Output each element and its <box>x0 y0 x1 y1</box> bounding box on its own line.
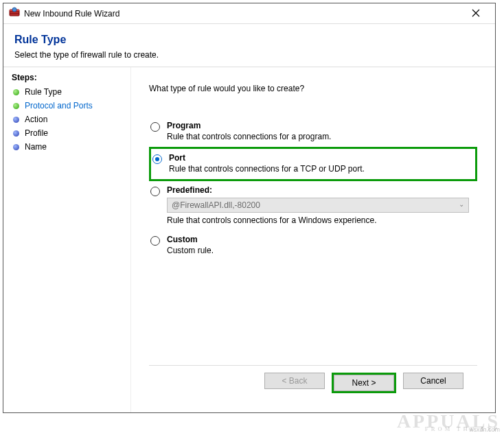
step-label: Rule Type <box>25 87 62 97</box>
step-action[interactable]: Action <box>3 113 130 126</box>
predefined-select[interactable]: @FirewallAPI.dll,-80200 ⌄ <box>167 198 469 213</box>
option-desc: Rule that controls connections for a TCP… <box>169 164 474 174</box>
step-protocol-and-ports[interactable]: Protocol and Ports <box>3 99 130 113</box>
rule-type-options: Program Rule that controls connections f… <box>149 117 477 365</box>
svg-point-4 <box>12 8 16 12</box>
back-button: < Back <box>264 373 325 389</box>
close-button[interactable] <box>462 4 490 23</box>
option-desc: Rule that controls connections for a Win… <box>167 215 476 225</box>
content-body: Steps: Rule Type Protocol and Ports Acti… <box>3 67 495 412</box>
step-rule-type[interactable]: Rule Type <box>3 85 130 99</box>
step-name[interactable]: Name <box>3 140 130 154</box>
option-desc: Rule that controls connections for a pro… <box>167 132 476 141</box>
radio-predefined[interactable] <box>150 187 160 196</box>
option-desc: Custom rule. <box>167 246 476 255</box>
window-title: New Inbound Rule Wizard <box>24 9 462 19</box>
bullet-icon <box>13 130 19 137</box>
prompt-text: What type of rule would you like to crea… <box>149 84 477 93</box>
radio-custom[interactable] <box>150 236 160 246</box>
bullet-icon <box>13 103 19 109</box>
steps-heading: Steps: <box>3 73 130 85</box>
chevron-down-icon: ⌄ <box>459 200 464 208</box>
step-label: Protocol and Ports <box>25 101 93 110</box>
bullet-icon <box>13 117 19 123</box>
firewall-icon <box>9 7 20 20</box>
close-icon <box>472 8 480 19</box>
option-label: Port <box>169 153 474 163</box>
wizard-window: New Inbound Rule Wizard Rule Type Select… <box>3 3 496 413</box>
next-button[interactable]: Next > <box>334 375 394 391</box>
page-subtitle: Select the type of firewall rule to crea… <box>14 50 484 60</box>
header: Rule Type Select the type of firewall ru… <box>3 24 495 67</box>
step-profile[interactable]: Profile <box>3 126 130 140</box>
steps-sidebar: Steps: Rule Type Protocol and Ports Acti… <box>3 67 131 412</box>
bullet-icon <box>13 144 19 150</box>
titlebar: New Inbound Rule Wizard <box>3 3 495 24</box>
step-label: Action <box>25 115 47 124</box>
source-mark: wsxdn.com <box>469 426 500 433</box>
step-label: Profile <box>25 128 48 138</box>
option-custom[interactable]: Custom Custom rule. <box>149 231 477 261</box>
radio-program[interactable] <box>150 122 160 132</box>
predefined-select-value: @FirewallAPI.dll,-80200 <box>172 200 260 210</box>
option-program[interactable]: Program Rule that controls connections f… <box>149 117 477 147</box>
step-label: Name <box>25 142 47 152</box>
option-label: Custom <box>167 235 476 244</box>
option-port[interactable]: Port Rule that controls connections for … <box>149 147 477 181</box>
radio-port[interactable] <box>152 154 162 164</box>
option-label: Program <box>167 121 476 130</box>
wizard-footer: < Back Next > Cancel <box>149 365 477 403</box>
main-panel: What type of rule would you like to crea… <box>131 67 495 412</box>
option-label: Predefined: <box>167 185 476 195</box>
page-title: Rule Type <box>14 34 484 46</box>
cancel-button[interactable]: Cancel <box>403 373 463 389</box>
bullet-icon <box>13 89 19 95</box>
option-predefined[interactable]: Predefined: @FirewallAPI.dll,-80200 ⌄ Ru… <box>149 181 477 231</box>
next-button-highlight: Next > <box>332 373 396 393</box>
